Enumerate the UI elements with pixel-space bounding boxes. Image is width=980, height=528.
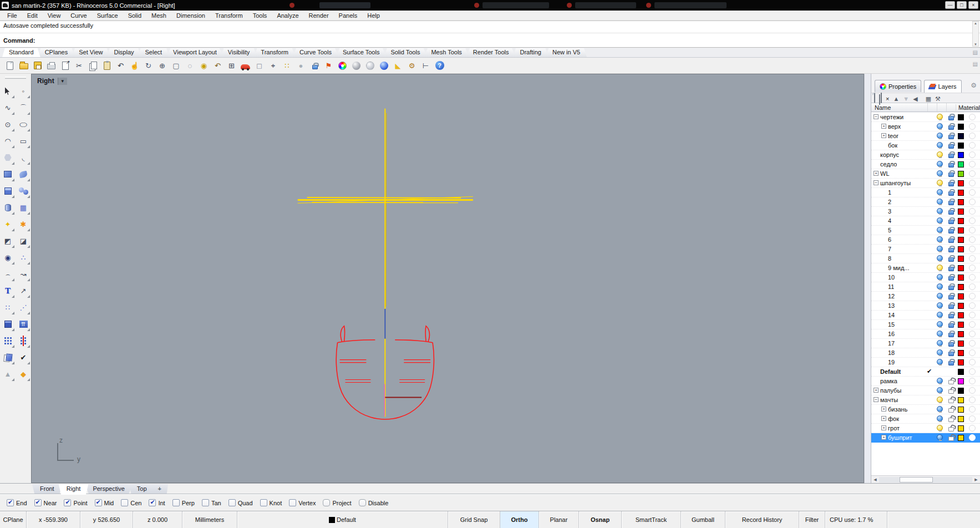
menu-mesh[interactable]: Mesh (146, 11, 171, 20)
layer-color-swatch[interactable] (958, 407, 964, 413)
layer-name[interactable]: 15 (888, 321, 895, 328)
pane-smarttrack[interactable]: SmartTrack (622, 511, 681, 528)
undo-icon[interactable]: ↶ (114, 59, 127, 72)
layer-color-swatch[interactable] (958, 124, 964, 130)
viewport-title[interactable]: Right ▼ (37, 77, 67, 85)
menu-view[interactable]: View (43, 11, 66, 20)
layer-color-swatch[interactable] (958, 388, 964, 394)
layer-color-swatch[interactable] (958, 378, 964, 384)
check-objects-icon[interactable]: ✔ (16, 349, 31, 365)
distribute-icon[interactable]: ⋰ (16, 299, 31, 316)
layer-table-icon[interactable]: ▦ (926, 93, 931, 103)
layer-visibility-bulb-icon[interactable] (937, 349, 943, 356)
layer-visibility-bulb-icon[interactable] (937, 331, 943, 337)
layer-row-7[interactable]: 7 (871, 245, 980, 254)
layer-lock-icon[interactable] (948, 389, 954, 394)
boolean-union-icon[interactable]: ✦ (1, 216, 15, 232)
scroll-down-icon[interactable]: ▼ (974, 43, 977, 46)
layer-color-swatch[interactable] (958, 359, 964, 365)
toolbar-tab-viewport-layout[interactable]: Viewport Layout (166, 48, 224, 57)
layer-visibility-bulb-icon[interactable] (937, 180, 943, 186)
layer-color-swatch[interactable] (958, 303, 964, 309)
drawing-hull-top-left[interactable] (338, 340, 375, 343)
layer-color-swatch[interactable] (958, 152, 964, 158)
select-pointer-icon[interactable] (1, 83, 15, 99)
layer-name[interactable]: 5 (888, 227, 891, 233)
layer-visibility-bulb-icon[interactable] (937, 387, 943, 393)
rotate-view-icon[interactable]: ↻ (142, 59, 155, 72)
osnap-project-checkbox-icon[interactable] (323, 499, 330, 506)
layer-name[interactable]: бушприт (888, 434, 912, 441)
layer-row-10[interactable]: 10 (871, 273, 980, 282)
layer-lock-icon[interactable] (948, 286, 954, 290)
pane-record-history[interactable]: Record History (725, 511, 799, 528)
layer-color-swatch[interactable] (958, 227, 964, 233)
toolbar-tab-solid-tools[interactable]: Solid Tools (384, 48, 426, 57)
layer-expand-toggle[interactable]: − (874, 180, 879, 185)
show-objects-icon[interactable]: ● (294, 59, 307, 72)
layer-visibility-bulb-icon[interactable] (937, 302, 943, 308)
toolbar-tab-new-in-v5[interactable]: New in V5 (546, 48, 587, 57)
layer-name[interactable]: 16 (888, 331, 895, 337)
layer-name[interactable]: 6 (888, 236, 891, 243)
layer-row-5[interactable]: 5 (871, 226, 980, 235)
layer-lock-icon[interactable] (948, 408, 954, 413)
toolbar-grip-icon[interactable]: ▤ (973, 61, 978, 67)
open-file-icon[interactable] (17, 59, 30, 72)
drawing-hull-top-right[interactable] (395, 340, 433, 343)
layer-name[interactable]: седло (880, 161, 897, 167)
layer-lock-icon[interactable] (948, 248, 954, 252)
layer-row-чертежи[interactable]: −чертежи (871, 113, 980, 122)
toolbar-tab-select[interactable]: Select (139, 48, 169, 57)
layer-lock-icon[interactable] (948, 191, 954, 196)
layer-visibility-bulb-icon[interactable] (937, 161, 943, 167)
scroll-right-icon[interactable]: ▶ (972, 478, 980, 482)
layer-expand-toggle[interactable]: − (874, 114, 879, 119)
viewport-title-label[interactable]: Right (37, 77, 58, 85)
viewport-tab-perspective[interactable]: Perspective (85, 484, 132, 494)
layer-material-circle[interactable] (969, 180, 976, 186)
minimize-button[interactable]: — (945, 1, 955, 9)
toolbar-tab-standard[interactable]: Standard (2, 48, 40, 57)
move-layer-up-icon[interactable]: ▲ (893, 93, 899, 103)
osnap-quad[interactable]: Quad (229, 499, 253, 506)
layer-row-9 мид...[interactable]: 9 мид... (871, 263, 980, 273)
layer-lock-icon[interactable] (948, 238, 954, 243)
four-viewports-icon[interactable]: ⊞ (225, 59, 238, 72)
layer-row-2[interactable]: 2 (871, 197, 980, 207)
layer-visibility-bulb-icon[interactable] (937, 217, 943, 224)
rebuild-curve-icon[interactable]: ⌢ (1, 266, 15, 282)
layer-name[interactable]: бок (888, 142, 897, 149)
statusbar-x-coordinate[interactable]: x -559.390 (27, 511, 80, 528)
layer-visibility-bulb-icon[interactable] (937, 378, 943, 384)
viewport-tab-front[interactable]: Front (32, 484, 62, 494)
shaded-viewport-icon[interactable] (350, 59, 363, 72)
polygon-icon[interactable] (1, 149, 15, 166)
layer-name[interactable]: 18 (888, 349, 895, 356)
layer-lock-icon[interactable] (948, 172, 954, 177)
osnap-tan-checkbox-icon[interactable] (202, 499, 209, 506)
layer-name[interactable]: 7 (888, 246, 891, 252)
layer-material-circle[interactable] (969, 236, 976, 243)
spray-paint-icon[interactable]: ◆ (16, 365, 31, 382)
layer-color-swatch[interactable] (958, 161, 964, 167)
surface-curved-icon[interactable] (16, 166, 31, 182)
layer-row-14[interactable]: 14 (871, 311, 980, 320)
layer-visibility-bulb-icon[interactable] (937, 189, 943, 195)
layer-row-корпус[interactable]: корпус (871, 150, 980, 160)
layer-lock-icon[interactable] (948, 201, 954, 205)
add-viewport-button[interactable]: + (151, 484, 168, 494)
layer-color-swatch[interactable] (958, 199, 964, 205)
layer-material-circle[interactable] (969, 321, 976, 328)
layer-row-1[interactable]: 1 (871, 188, 980, 197)
toolbar-tab-set-view[interactable]: Set View (72, 48, 109, 57)
layer-material-circle[interactable] (969, 387, 976, 394)
box-icon[interactable] (1, 182, 15, 199)
rendered-viewport-icon[interactable] (378, 59, 390, 72)
layer-row-грот[interactable]: +грот (871, 424, 980, 433)
layer-visibility-bulb-icon[interactable] (937, 359, 943, 365)
cut-icon[interactable]: ✂ (73, 59, 85, 72)
help-icon[interactable]: ? (433, 59, 446, 72)
layer-color-swatch[interactable] (958, 171, 964, 177)
layer-lock-icon[interactable] (948, 116, 954, 120)
